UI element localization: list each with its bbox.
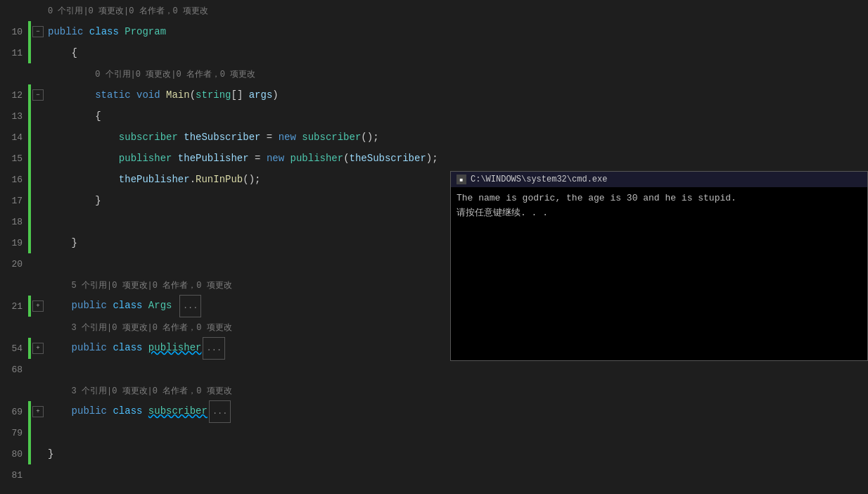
code-content: 0 个引用|0 项更改|0 名作者，0 项更改 bbox=[45, 0, 868, 22]
gutter-indicator bbox=[28, 0, 31, 21]
code-line: 11 { bbox=[0, 42, 868, 63]
line-number: 11 bbox=[0, 48, 28, 58]
cmd-icon: ■ bbox=[457, 175, 466, 184]
fold-collapse-button[interactable]: − bbox=[32, 26, 44, 37]
gutter-indicator bbox=[28, 190, 31, 211]
code-line: 81 bbox=[0, 464, 868, 486]
code-content: subscriber theSubscriber = new subscribe… bbox=[45, 127, 868, 148]
line-number: 10 bbox=[0, 27, 28, 37]
cmd-titlebar: ■ C:\WINDOWS\system32\cmd.exe bbox=[451, 172, 867, 187]
line-number: 15 bbox=[0, 153, 28, 164]
gutter-indicator bbox=[28, 106, 31, 127]
code-line: 12− static void Main(string[] args) bbox=[0, 84, 868, 106]
code-line: 14 subscriber theSubscriber = new subscr… bbox=[0, 127, 868, 148]
gutter-indicator bbox=[28, 232, 31, 253]
fold-expand-button[interactable]: + bbox=[32, 406, 44, 417]
gutter-indicator bbox=[28, 443, 31, 464]
gutter-indicator bbox=[28, 401, 31, 422]
line-number: 13 bbox=[0, 111, 28, 122]
cmd-window[interactable]: ■ C:\WINDOWS\system32\cmd.exe The name i… bbox=[450, 171, 868, 361]
line-number: 68 bbox=[0, 365, 28, 375]
gutter-indicator bbox=[28, 338, 31, 359]
code-line: 68 bbox=[0, 359, 868, 380]
code-content: 0 个引用|0 项更改|0 名作者，0 项更改 bbox=[45, 63, 868, 85]
collapsed-block-indicator[interactable]: ... bbox=[209, 400, 231, 423]
line-number: 18 bbox=[0, 217, 28, 227]
line-number: 21 bbox=[0, 301, 28, 312]
code-line: 80} bbox=[0, 443, 868, 464]
code-content: static void Main(string[] args) bbox=[45, 84, 868, 106]
line-number: 81 bbox=[0, 470, 28, 481]
gutter-indicator bbox=[28, 359, 31, 380]
code-line: 0 个引用|0 项更改|0 名作者，0 项更改 bbox=[0, 0, 868, 21]
code-content: public class subscriber... bbox=[45, 400, 868, 423]
cmd-output-line: 请按任意键继续. . . bbox=[457, 206, 862, 221]
line-number: 16 bbox=[0, 175, 28, 185]
code-content: publisher thePublisher = new publisher(t… bbox=[45, 148, 868, 169]
code-content: public class Program bbox=[45, 21, 868, 42]
gutter-indicator bbox=[28, 296, 31, 317]
line-number: 14 bbox=[0, 132, 28, 143]
line-number: 79 bbox=[0, 428, 28, 438]
code-line: 79 bbox=[0, 422, 868, 443]
code-content: 3 个引用|0 项更改|0 名作者，0 项更改 bbox=[45, 380, 868, 402]
gutter-indicator bbox=[28, 148, 31, 169]
gutter-indicator bbox=[28, 317, 31, 338]
code-line: 3 个引用|0 项更改|0 名作者，0 项更改 bbox=[0, 380, 868, 401]
cmd-title: C:\WINDOWS\system32\cmd.exe bbox=[471, 175, 607, 184]
line-number: 54 bbox=[0, 343, 28, 354]
gutter-indicator bbox=[28, 380, 31, 401]
line-number: 80 bbox=[0, 449, 28, 460]
cmd-output-line: The name is godric, the age is 30 and he… bbox=[457, 191, 862, 206]
gutter-indicator bbox=[28, 211, 31, 232]
code-content: { bbox=[45, 106, 868, 127]
code-content: { bbox=[45, 42, 868, 63]
collapsed-block-indicator[interactable]: ... bbox=[203, 337, 225, 360]
code-content: } bbox=[45, 443, 868, 464]
line-number: 69 bbox=[0, 407, 28, 417]
fold-expand-button[interactable]: + bbox=[32, 343, 44, 354]
line-number: 12 bbox=[0, 90, 28, 101]
code-line: 10−public class Program bbox=[0, 21, 868, 42]
gutter-indicator bbox=[28, 274, 31, 296]
gutter-indicator bbox=[28, 127, 31, 148]
fold-expand-button[interactable]: + bbox=[32, 300, 44, 312]
gutter-indicator bbox=[28, 63, 31, 84]
code-line: 0 个引用|0 项更改|0 名作者，0 项更改 bbox=[0, 63, 868, 84]
code-line: 13 { bbox=[0, 106, 868, 127]
gutter-indicator bbox=[28, 422, 31, 443]
collapsed-block-indicator[interactable]: ... bbox=[179, 295, 202, 317]
gutter-indicator bbox=[28, 42, 31, 63]
editor-area: 0 个引用|0 项更改|0 名作者，0 项更改10−public class P… bbox=[0, 0, 868, 494]
line-number: 17 bbox=[0, 196, 28, 206]
gutter-indicator bbox=[28, 464, 31, 486]
gutter-indicator bbox=[28, 169, 31, 190]
code-line: 69+ public class subscriber... bbox=[0, 401, 868, 422]
code-line: 15 publisher thePublisher = new publishe… bbox=[0, 148, 868, 169]
gutter-indicator bbox=[28, 253, 31, 274]
gutter-indicator bbox=[28, 84, 31, 106]
line-number: 19 bbox=[0, 238, 28, 248]
line-number: 20 bbox=[0, 259, 28, 270]
cmd-body: The name is godric, the age is 30 and he… bbox=[451, 187, 867, 225]
gutter-indicator bbox=[28, 21, 31, 42]
fold-collapse-button[interactable]: − bbox=[32, 89, 44, 101]
